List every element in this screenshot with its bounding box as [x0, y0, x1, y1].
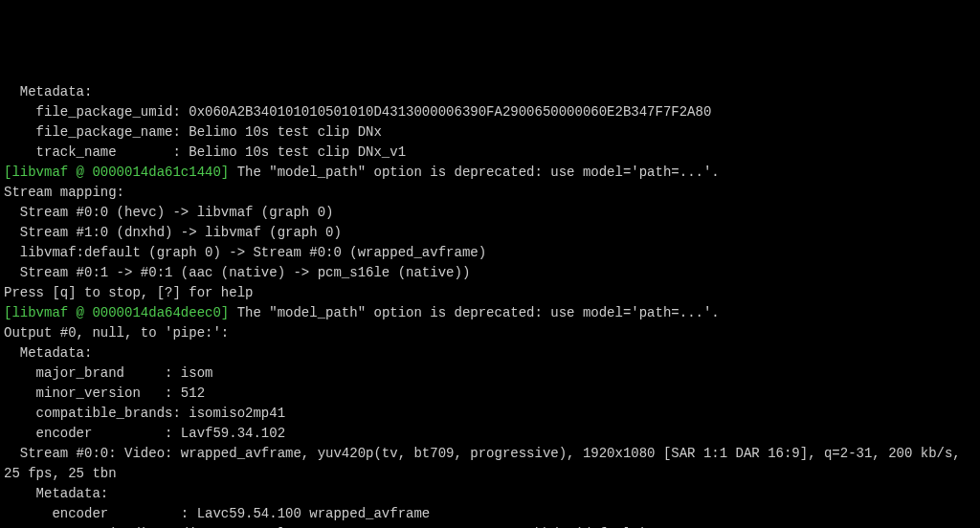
log-message: The "model_path" option is deprecated: u… [229, 165, 719, 180]
libvmaf-tag: [libvmaf @ 0000014da61c1440] [4, 165, 229, 180]
terminal-line: Metadata: [4, 484, 976, 504]
terminal-line: track_name : Belimo 10s test clip DNx_v1 [4, 143, 976, 163]
terminal-line: Output #0, null, to 'pipe:': [4, 323, 976, 343]
terminal-line: Stream #0:1 -> #0:1 (aac (native) -> pcm… [4, 263, 976, 283]
terminal-line: file_package_umid: 0x060A2B3401010105010… [4, 102, 976, 122]
terminal-line: Metadata: [4, 82, 976, 102]
terminal-line: encoder : Lavf59.34.102 [4, 424, 976, 444]
terminal-line: Stream #0:0 (hevc) -> libvmaf (graph 0) [4, 203, 976, 223]
terminal-line: libvmaf:default (graph 0) -> Stream #0:0… [4, 243, 976, 263]
terminal-line: Press [q] to stop, [?] for help [4, 283, 976, 303]
terminal-line: minor_version : 512 [4, 384, 976, 404]
terminal-line: [libvmaf @ 0000014da61c1440] The "model_… [4, 163, 976, 183]
terminal-line: Metadata: [4, 343, 976, 363]
terminal-line: file_package_name: Belimo 10s test clip … [4, 122, 976, 143]
terminal-line: Stream #1:0 (dnxhd) -> libvmaf (graph 0) [4, 223, 976, 243]
terminal-line: 25 fps, 25 tbn [4, 464, 976, 484]
terminal-line: Stream mapping: [4, 183, 976, 203]
terminal-line: encoder : Lavc59.54.100 wrapped_avframe [4, 504, 976, 524]
terminal-line: [libvmaf @ 0000014da64deec0] The "model_… [4, 303, 976, 323]
terminal-output: Metadata: file_package_umid: 0x060A2B340… [4, 82, 976, 528]
terminal-line: Stream #0:0: Video: wrapped_avframe, yuv… [4, 444, 976, 464]
log-message: The "model_path" option is deprecated: u… [229, 305, 719, 320]
terminal-line: compatible_brands: isomiso2mp41 [4, 404, 976, 424]
libvmaf-tag: [libvmaf @ 0000014da64deec0] [4, 305, 229, 320]
terminal-line: Stream #0:1(und): Audio: pcm_s16le, 4800… [4, 524, 976, 528]
terminal-line: major_brand : isom [4, 363, 976, 384]
